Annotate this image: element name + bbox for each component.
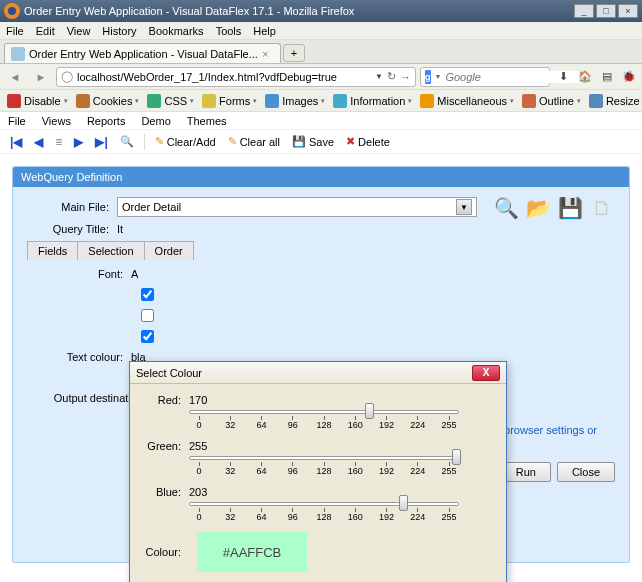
- menu-tools[interactable]: Tools: [216, 25, 242, 37]
- home-icon[interactable]: 🏠: [576, 68, 594, 86]
- checkbox-1[interactable]: [141, 288, 154, 301]
- clear-add-button[interactable]: ✎Clear/Add: [151, 133, 220, 150]
- browser-tabstrip: Order Entry Web Application - Visual Dat…: [0, 40, 642, 64]
- green-label: Green:: [144, 440, 189, 452]
- menu-history[interactable]: History: [102, 25, 136, 37]
- green-slider-thumb[interactable]: [452, 449, 461, 465]
- next-record-button[interactable]: ▶: [70, 133, 87, 151]
- separator: [144, 134, 145, 150]
- text-colour-label: Text colour:: [41, 351, 131, 363]
- red-slider-thumb[interactable]: [365, 403, 374, 419]
- tab-fields[interactable]: Fields: [27, 241, 78, 260]
- app-menu-reports[interactable]: Reports: [87, 115, 126, 127]
- new-tab-button[interactable]: +: [283, 44, 305, 62]
- clear-add-icon: ✎: [155, 135, 164, 148]
- green-slider[interactable]: [189, 456, 459, 460]
- tick-label: 32: [220, 416, 240, 430]
- new-file-icon[interactable]: 🗋: [589, 195, 615, 221]
- checkbox-2[interactable]: [141, 309, 154, 322]
- stop-button[interactable]: ≡: [51, 133, 66, 151]
- chevron-down-icon[interactable]: ▼: [456, 199, 472, 215]
- save-file-icon[interactable]: 💾: [557, 195, 583, 221]
- bookmarks-icon[interactable]: ▤: [598, 68, 616, 86]
- firefox-icon: [4, 3, 20, 19]
- tab-order[interactable]: Order: [144, 241, 194, 260]
- refresh-icon[interactable]: ↻: [387, 70, 396, 83]
- dialog-title: Select Colour: [136, 367, 202, 379]
- devbar-resize[interactable]: Resize▾: [586, 94, 642, 108]
- menu-edit[interactable]: Edit: [36, 25, 55, 37]
- window-title: Order Entry Web Application - Visual Dat…: [24, 5, 574, 17]
- devbar-css[interactable]: CSS▾: [144, 94, 197, 108]
- blue-slider-thumb[interactable]: [399, 495, 408, 511]
- dropdown-icon[interactable]: ▼: [375, 72, 383, 81]
- tick-label: 255: [439, 508, 459, 522]
- main-file-dropdown[interactable]: Order Detail ▼: [117, 197, 477, 217]
- menu-bookmarks[interactable]: Bookmarks: [149, 25, 204, 37]
- dialog-close-button[interactable]: X: [472, 365, 500, 381]
- tick-label: 192: [377, 508, 397, 522]
- devbar-miscellaneous[interactable]: Miscellaneous▾: [417, 94, 517, 108]
- run-button[interactable]: Run: [501, 462, 551, 482]
- blue-slider[interactable]: [189, 502, 459, 506]
- search-dd-icon[interactable]: ▼: [435, 73, 442, 80]
- devbar-disable[interactable]: Disable▾: [4, 94, 71, 108]
- devbar-forms[interactable]: Forms▾: [199, 94, 260, 108]
- tab-close-button[interactable]: ×: [262, 48, 274, 60]
- search-box[interactable]: g ▼: [420, 67, 550, 87]
- checkbox-3[interactable]: [141, 330, 154, 343]
- browser-tab[interactable]: Order Entry Web Application - Visual Dat…: [4, 43, 281, 63]
- browser-settings-link[interactable]: r browser settings or: [497, 424, 597, 436]
- font-label: Font:: [41, 268, 131, 280]
- app-menu-demo[interactable]: Demo: [141, 115, 170, 127]
- green-value: 255: [189, 440, 219, 452]
- app-menu-file[interactable]: File: [8, 115, 26, 127]
- tick-label: 0: [189, 508, 209, 522]
- window-close-button[interactable]: ×: [618, 4, 638, 18]
- window-minimize-button[interactable]: _: [574, 4, 594, 18]
- devbar-information[interactable]: Information▾: [330, 94, 415, 108]
- devbar-outline[interactable]: Outline▾: [519, 94, 584, 108]
- close-panel-button[interactable]: Close: [557, 462, 615, 482]
- forward-button[interactable]: ►: [30, 67, 52, 87]
- main-file-label: Main File:: [27, 201, 117, 213]
- prev-record-button[interactable]: ◀: [30, 133, 47, 151]
- downloads-icon[interactable]: ⬇: [554, 68, 572, 86]
- window-maximize-button[interactable]: □: [596, 4, 616, 18]
- red-slider[interactable]: [189, 410, 459, 414]
- devbar-cookies[interactable]: Cookies▾: [73, 94, 143, 108]
- devbar-images[interactable]: Images▾: [262, 94, 328, 108]
- tick-label: 64: [252, 508, 272, 522]
- app-menu-views[interactable]: Views: [42, 115, 71, 127]
- colour-label: Colour:: [144, 546, 189, 558]
- colour-swatch: #AAFFCB: [197, 532, 307, 572]
- app-menu-themes[interactable]: Themes: [187, 115, 227, 127]
- url-bar[interactable]: ◯ ▼ ↻ →: [56, 67, 416, 87]
- url-input[interactable]: [77, 71, 371, 83]
- find-button[interactable]: 🔍: [116, 133, 138, 150]
- open-icon[interactable]: 📂: [525, 195, 551, 221]
- tick-label: 32: [220, 462, 240, 476]
- last-record-button[interactable]: ▶|: [91, 133, 111, 151]
- tick-label: 160: [345, 508, 365, 522]
- tick-label: 192: [377, 462, 397, 476]
- search-icon[interactable]: 🔍: [493, 195, 519, 221]
- window-resize-handle[interactable]: [628, 568, 642, 582]
- font-value: A: [131, 268, 138, 280]
- firebug-icon[interactable]: 🐞: [620, 68, 638, 86]
- menu-view[interactable]: View: [67, 25, 91, 37]
- go-button[interactable]: →: [400, 71, 411, 83]
- menu-file[interactable]: File: [6, 25, 24, 37]
- first-record-button[interactable]: |◀: [6, 133, 26, 151]
- window-titlebar: Order Entry Web Application - Visual Dat…: [0, 0, 642, 22]
- tick-label: 96: [283, 416, 303, 430]
- tick-label: 32: [220, 508, 240, 522]
- back-button[interactable]: ◄: [4, 67, 26, 87]
- menu-help[interactable]: Help: [253, 25, 276, 37]
- blue-value: 203: [189, 486, 219, 498]
- delete-button[interactable]: ✖Delete: [342, 133, 394, 150]
- tab-selection[interactable]: Selection: [77, 241, 144, 260]
- tick-label: 0: [189, 462, 209, 476]
- clear-all-button[interactable]: ✎Clear all: [224, 133, 284, 150]
- save-button[interactable]: 💾Save: [288, 133, 338, 150]
